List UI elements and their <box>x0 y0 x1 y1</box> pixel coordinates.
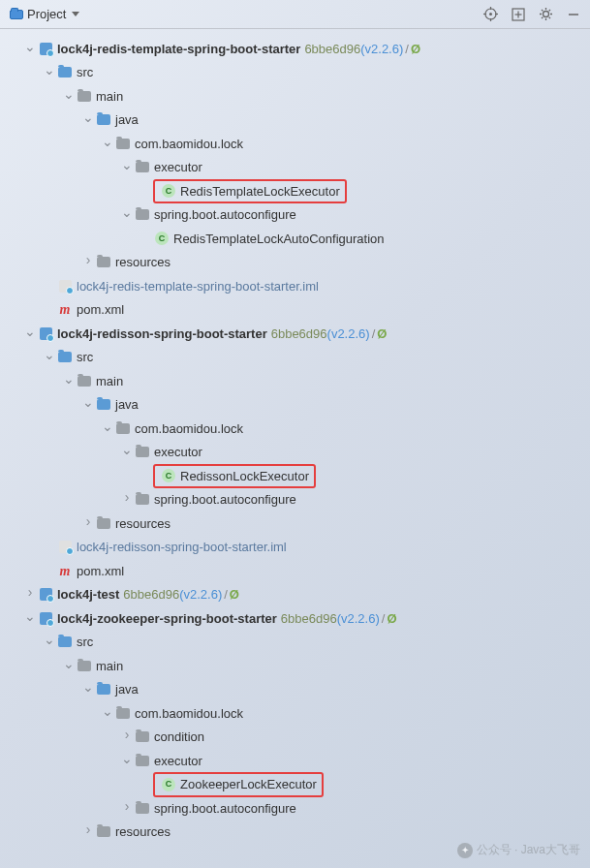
minimize-icon[interactable] <box>567 8 580 21</box>
package-row[interactable]: condition <box>4 726 586 750</box>
expand-arrow[interactable] <box>43 632 56 652</box>
chevron-down-icon <box>72 12 79 16</box>
expand-arrow[interactable] <box>81 252 95 272</box>
class-name: RedisTemplateLockAutoConfiguration <box>173 230 385 249</box>
vcs-hash: 6bbe6d96 <box>281 609 337 629</box>
folder-row[interactable]: resources <box>4 821 586 845</box>
expand-arrow[interactable] <box>81 679 95 699</box>
expand-arrow[interactable] <box>120 204 134 225</box>
vcs-hash: 6bbe6d96 <box>304 40 360 59</box>
file-row[interactable]: mpom.xml <box>4 298 586 323</box>
class-row[interactable]: CRedissonLockExecutor <box>4 464 586 488</box>
package-row[interactable]: com.baomidou.lock <box>4 701 586 726</box>
svg-point-9 <box>543 12 549 17</box>
expand-arrow[interactable] <box>23 608 37 629</box>
expand-arrow[interactable] <box>120 798 134 819</box>
folder-row[interactable]: main <box>4 369 586 393</box>
module-icon <box>37 43 54 55</box>
folder-row[interactable]: src <box>4 61 586 85</box>
package-name: executor <box>154 752 202 771</box>
folder-row[interactable]: main <box>4 84 586 108</box>
expand-arrow[interactable] <box>120 751 134 771</box>
vcs-null: Ø <box>230 585 239 604</box>
class-row[interactable]: CRedisTemplateLockExecutor <box>4 179 586 203</box>
expand-arrow[interactable] <box>23 324 37 344</box>
expand-arrow[interactable] <box>43 62 56 82</box>
class-icon: C <box>160 469 177 482</box>
file-row[interactable]: lock4j-redisson-spring-boot-starter.iml <box>4 536 586 560</box>
folder-icon <box>134 731 151 742</box>
package-row[interactable]: executor <box>4 156 586 180</box>
folder-row[interactable]: java <box>4 393 586 418</box>
expand-arrow[interactable] <box>120 442 134 462</box>
folder-row[interactable]: java <box>4 108 586 133</box>
module-name: lock4j-test <box>57 585 119 604</box>
class-row[interactable]: CRedisTemplateLockAutoConfiguration <box>4 227 586 251</box>
folder-icon <box>95 684 112 695</box>
class-name: ZookeeperLockExecutor <box>180 775 317 794</box>
module-name: lock4j-redis-template-spring-boot-starte… <box>57 40 300 59</box>
expand-arrow[interactable] <box>81 822 95 842</box>
package-row[interactable]: com.baomidou.lock <box>4 132 586 156</box>
expand-arrow[interactable] <box>101 134 114 154</box>
file-name: pom.xml <box>77 562 124 581</box>
folder-row[interactable]: src <box>4 631 586 655</box>
expand-arrow[interactable] <box>81 394 95 415</box>
module-name: lock4j-redisson-spring-boot-starter <box>57 325 267 344</box>
folder-icon <box>76 91 93 102</box>
file-row[interactable]: mpom.xml <box>4 559 586 583</box>
folder-name: java <box>115 680 139 699</box>
expand-arrow[interactable] <box>23 584 37 604</box>
folder-icon <box>95 257 112 267</box>
gear-icon[interactable] <box>539 7 553 21</box>
folder-row[interactable]: src <box>4 346 586 370</box>
expand-arrow[interactable] <box>120 489 134 510</box>
class-row[interactable]: CZookeeperLockExecutor <box>4 773 586 797</box>
folder-icon <box>56 67 74 78</box>
expand-arrow[interactable] <box>101 418 114 439</box>
target-icon[interactable] <box>483 7 498 21</box>
class-icon: C <box>160 778 177 791</box>
package-row[interactable]: spring.boot.autoconfigure <box>4 796 586 821</box>
folder-row[interactable]: java <box>4 678 586 702</box>
package-name: com.baomidou.lock <box>135 135 243 154</box>
package-row[interactable]: spring.boot.autoconfigure <box>4 488 586 512</box>
expand-arrow[interactable] <box>120 157 134 177</box>
expand-arrow[interactable] <box>62 86 76 107</box>
iml-icon <box>56 541 74 553</box>
expand-arrow[interactable] <box>81 109 95 130</box>
module-icon <box>37 612 54 625</box>
folder-row[interactable]: resources <box>4 512 586 536</box>
module-row[interactable]: lock4j-redis-template-spring-boot-starte… <box>4 37 586 61</box>
folder-name: resources <box>115 253 171 272</box>
vcs-null: Ø <box>387 609 396 629</box>
expand-arrow[interactable] <box>43 347 56 367</box>
expand-arrow[interactable] <box>120 727 134 747</box>
expand-arrow[interactable] <box>62 656 76 676</box>
folder-name: main <box>96 87 123 107</box>
package-row[interactable]: com.baomidou.lock <box>4 417 586 441</box>
folder-icon <box>114 708 132 719</box>
expand-icon[interactable] <box>512 8 525 21</box>
folder-icon <box>114 139 132 149</box>
package-name: executor <box>154 443 202 462</box>
module-row[interactable]: lock4j-zookeeper-spring-boot-starter6bbe… <box>4 606 586 631</box>
module-row[interactable]: lock4j-redisson-spring-boot-starter6bbe6… <box>4 322 586 346</box>
expand-arrow[interactable] <box>23 39 37 59</box>
expand-arrow[interactable] <box>101 703 114 724</box>
file-row[interactable]: lock4j-redis-template-spring-boot-starte… <box>4 274 586 298</box>
folder-icon <box>134 447 151 457</box>
package-row[interactable]: executor <box>4 441 586 465</box>
project-toolbar: Project <box>0 0 590 29</box>
expand-arrow[interactable] <box>62 371 76 391</box>
module-row[interactable]: lock4j-test6bbe6d96 (v2.2.6)/Ø <box>4 583 586 607</box>
package-row[interactable]: executor <box>4 749 586 773</box>
folder-icon <box>114 423 132 434</box>
folder-row[interactable]: resources <box>4 251 586 275</box>
expand-arrow[interactable] <box>81 513 95 534</box>
folder-name: java <box>115 110 139 130</box>
folder-row[interactable]: main <box>4 654 586 678</box>
project-selector[interactable]: Project <box>10 7 79 21</box>
maven-icon: m <box>56 561 74 581</box>
package-row[interactable]: spring.boot.autoconfigure <box>4 203 586 228</box>
